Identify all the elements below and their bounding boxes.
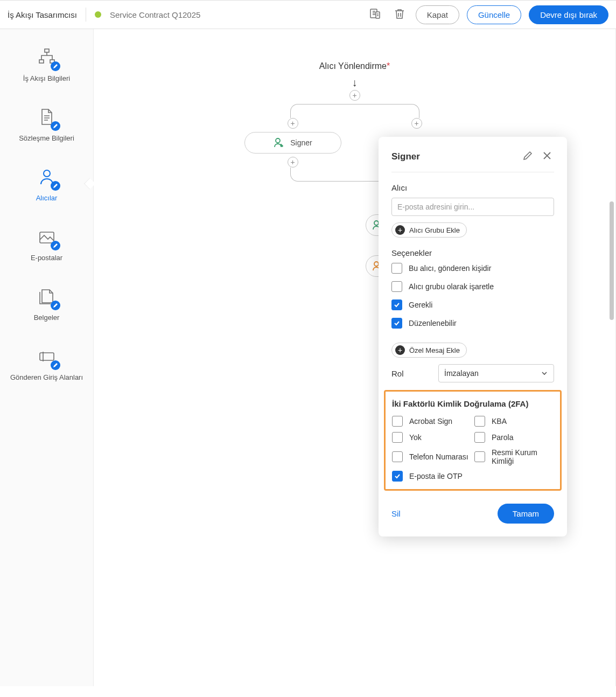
add-node-button[interactable]: +	[349, 90, 360, 101]
trash-icon[interactable]	[391, 5, 408, 24]
svg-point-10	[374, 262, 379, 266]
copy-icon[interactable]	[366, 5, 383, 24]
svg-rect-1	[376, 12, 380, 18]
checkbox-sender[interactable]	[391, 263, 402, 274]
topbar: İş Akışı Tasarımcısı Service Contract Q1…	[0, 0, 616, 29]
checkbox-label: E-posta ile OTP	[409, 472, 463, 480]
signer-panel: Signer Alıcı + Alıcı Grubu Ekle Seçenekl…	[379, 137, 567, 536]
checkbox-acrobat-sign[interactable]	[392, 416, 403, 427]
svg-point-8	[276, 138, 280, 143]
checkbox-email-otp[interactable]	[392, 471, 403, 482]
tfa-title: İki Faktörlü Kimlik Doğrulama (2FA)	[392, 399, 554, 408]
sidebar-item-contract-info[interactable]: Sözleşme Bilgileri	[0, 105, 93, 142]
sidebar-item-label: E-postalar	[31, 254, 62, 262]
scrollbar[interactable]	[610, 201, 614, 320]
checkbox-required[interactable]	[391, 299, 402, 310]
sidebar-item-emails[interactable]: E-postalar	[0, 225, 93, 262]
plus-icon: +	[395, 225, 405, 235]
checkbox-editable[interactable]	[391, 318, 402, 329]
edit-badge-icon	[51, 121, 60, 131]
svg-point-9	[374, 221, 379, 225]
edit-badge-icon	[51, 181, 60, 191]
signer-node[interactable]: Signer	[244, 132, 341, 154]
sidebar-item-sender-fields[interactable]: Gönderen Giriş Alanları	[0, 344, 93, 381]
checkbox-label: Acrobat Sign	[409, 417, 452, 426]
svg-rect-3	[39, 60, 44, 63]
canvas: Alıcı Yönlendirme* ↓ + + Signer +	[94, 29, 616, 686]
svg-point-5	[44, 170, 50, 177]
add-node-button[interactable]: +	[288, 157, 298, 168]
signer-icon	[273, 137, 285, 149]
checkbox-label: Gerekli	[409, 301, 432, 309]
checkbox-phone[interactable]	[392, 451, 403, 462]
checkbox-kba[interactable]	[474, 416, 485, 427]
sidebar-item-label: Alıcılar	[36, 194, 58, 202]
flow-title: Alıcı Yönlendirme*	[115, 61, 594, 71]
options-label: Seçenekler	[391, 248, 554, 257]
checkbox-mark-group[interactable]	[391, 281, 402, 292]
status-dot-icon	[95, 11, 101, 18]
sidebar-item-label: İş Akışı Bilgileri	[23, 74, 70, 82]
checkbox-none[interactable]	[392, 432, 403, 443]
panel-title: Signer	[391, 151, 420, 162]
checkbox-label: Yok	[409, 433, 422, 442]
sidebar-item-workflow-info[interactable]: İş Akışı Bilgileri	[0, 45, 93, 82]
tfa-section: İki Faktörlü Kimlik Doğrulama (2FA) Acro…	[384, 390, 562, 491]
chevron-down-icon	[541, 370, 548, 377]
sidebar-item-label: Sözleşme Bilgileri	[19, 134, 74, 142]
checkbox-label: Bu alıcı, gönderen kişidir	[409, 264, 491, 273]
close-icon[interactable]	[540, 149, 554, 164]
checkbox-label: Parola	[492, 433, 513, 442]
checkbox-label: KBA	[492, 417, 507, 426]
plus-icon: +	[395, 345, 405, 355]
edit-badge-icon	[51, 360, 60, 370]
sidebar-item-recipients[interactable]: Alıcılar	[0, 165, 93, 202]
sidebar: İş Akışı Bilgileri Sözleşme Bilgileri Al…	[0, 29, 94, 686]
edit-badge-icon	[51, 241, 60, 250]
checkbox-label: Alıcı grubu olarak işaretle	[409, 282, 494, 291]
checkbox-label: Telefon Numarası	[409, 452, 468, 461]
divider	[86, 8, 86, 22]
ok-button[interactable]: Tamam	[498, 504, 554, 524]
close-button[interactable]: Kapat	[416, 5, 459, 24]
branch-connector	[290, 104, 419, 118]
delete-button[interactable]: Sil	[391, 509, 401, 518]
checkbox-label: Resmi Kurum Kimliği	[492, 448, 554, 465]
checkbox-label: Düzenlenebilir	[409, 319, 457, 327]
sidebar-item-label: Gönderen Giriş Alanları	[10, 373, 83, 381]
sidebar-item-label: Belgeler	[34, 313, 60, 322]
add-recipient-group-button[interactable]: + Alıcı Grubu Ekle	[391, 222, 467, 238]
role-label: Rol	[391, 369, 404, 378]
add-message-button[interactable]: + Özel Mesaj Ekle	[391, 343, 467, 358]
doc-name: Service Contract Q12025	[110, 10, 200, 19]
app-title: İş Akışı Tasarımcısı	[8, 10, 77, 19]
add-node-button[interactable]: +	[411, 118, 422, 129]
svg-rect-2	[45, 49, 49, 52]
recipient-label: Alıcı	[391, 183, 554, 192]
email-input[interactable]	[391, 198, 554, 216]
edit-badge-icon	[51, 301, 60, 310]
disable-button[interactable]: Devre dışı bırak	[529, 5, 608, 24]
update-button[interactable]: Güncelle	[467, 5, 521, 24]
checkbox-gov-id[interactable]	[474, 451, 485, 462]
svg-rect-7	[40, 353, 54, 360]
sidebar-item-documents[interactable]: Belgeler	[0, 284, 93, 322]
role-select[interactable]: İmzalayan	[438, 364, 554, 382]
edit-badge-icon	[51, 61, 60, 71]
checkbox-password[interactable]	[474, 432, 485, 443]
add-node-button[interactable]: +	[288, 118, 298, 129]
arrow-down-icon: ↓	[115, 76, 594, 89]
edit-icon[interactable]	[521, 149, 535, 164]
